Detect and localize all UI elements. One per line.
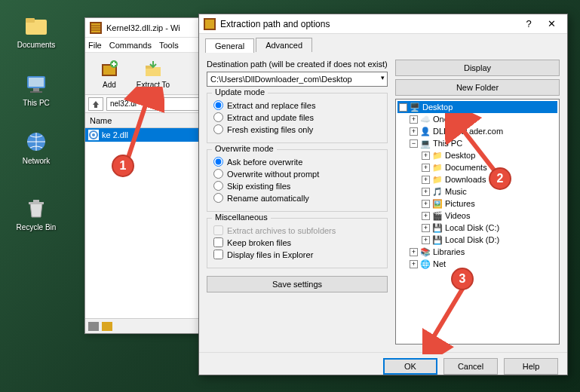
column-header-name: Name bbox=[90, 116, 112, 125]
extraction-dialog: Extraction path and options ? ✕ General … bbox=[198, 14, 568, 375]
group-legend: Overwrite mode bbox=[212, 144, 277, 153]
desktop-icon-label: Network bbox=[14, 157, 59, 165]
radio-ask-before[interactable]: Ask before overwrite bbox=[213, 157, 381, 167]
check-subfolders[interactable]: Extract archives to subfolders bbox=[213, 225, 381, 235]
radio-rename-auto[interactable]: Rename automatically bbox=[213, 193, 381, 203]
tab-advanced[interactable]: Advanced bbox=[256, 38, 312, 52]
tree-local-c[interactable]: +💾Local Disk (C:) bbox=[397, 222, 557, 234]
radio-extract-update[interactable]: Extract and update files bbox=[213, 112, 381, 122]
menu-tools[interactable]: Tools bbox=[159, 41, 179, 50]
collapse-icon[interactable]: − bbox=[410, 139, 418, 148]
disk-icon: 💾 bbox=[432, 234, 443, 245]
tree-downloads[interactable]: +📁Downloads bbox=[397, 173, 557, 185]
recycle-bin-icon bbox=[24, 196, 48, 220]
desktop-icon-label: This PC bbox=[14, 99, 59, 107]
check-keep-broken[interactable]: Keep broken files bbox=[213, 237, 381, 247]
destination-input[interactable] bbox=[207, 72, 388, 87]
winrar-icon bbox=[90, 22, 102, 34]
radio-skip-existing[interactable]: Skip existing files bbox=[213, 181, 381, 191]
folder-icon: 📁 bbox=[432, 162, 443, 173]
desktop-icon-network[interactable]: Network bbox=[14, 130, 59, 165]
tree-music[interactable]: +🎵Music bbox=[397, 185, 557, 198]
up-button[interactable] bbox=[88, 97, 103, 111]
tree-dlldownloader[interactable]: +👤DLL Dow ader.com bbox=[397, 125, 557, 137]
tree-onedrive[interactable]: +☁️OneDr bbox=[397, 113, 557, 125]
group-legend: Miscellaneous bbox=[212, 213, 271, 222]
overwrite-mode-group: Overwrite mode Ask before overwrite Over… bbox=[207, 149, 388, 212]
tree-sub-desktop[interactable]: +📁Desktop bbox=[397, 149, 557, 161]
radio-fresh-existing[interactable]: Fresh existing files only bbox=[213, 124, 381, 134]
desktop-icon-this-pc[interactable]: This PC bbox=[14, 72, 59, 107]
dialog-footer: OK Cancel Help bbox=[199, 352, 567, 379]
dropdown-icon[interactable]: ▾ bbox=[381, 74, 385, 81]
folder-icon bbox=[24, 14, 48, 38]
save-settings-button[interactable]: Save settings bbox=[207, 276, 388, 292]
window-title: Kernel32.dll.zip - Wi bbox=[106, 23, 180, 32]
svg-rect-8 bbox=[33, 200, 39, 202]
expand-icon[interactable]: + bbox=[410, 127, 418, 136]
radio-extract-replace[interactable]: Extract and replace files bbox=[213, 100, 381, 110]
dialog-titlebar[interactable]: Extraction path and options ? ✕ bbox=[199, 14, 567, 34]
dialog-tabs: General Advanced bbox=[199, 34, 567, 52]
tree-libraries[interactable]: +📚Libraries bbox=[397, 246, 557, 258]
tree-desktop[interactable]: −🖥️Desktop bbox=[397, 101, 557, 113]
expand-icon[interactable]: + bbox=[422, 164, 430, 172]
dialog-title: Extraction path and options bbox=[220, 19, 517, 29]
group-legend: Update mode bbox=[212, 87, 268, 96]
radio-overwrite-noprompt[interactable]: Overwrite without prompt bbox=[213, 169, 381, 179]
cloud-icon: ☁️ bbox=[420, 114, 431, 124]
update-mode-group: Update mode Extract and replace files Ex… bbox=[207, 93, 388, 143]
pictures-icon: 🖼️ bbox=[432, 198, 443, 209]
tab-general[interactable]: General bbox=[205, 38, 254, 53]
desktop-icon: 🖥️ bbox=[410, 102, 420, 112]
close-button[interactable]: ✕ bbox=[540, 17, 563, 32]
help-button[interactable]: Help bbox=[504, 358, 558, 375]
tree-local-d[interactable]: +💾Local Disk (D:) bbox=[397, 234, 557, 246]
tree-documents[interactable]: +📁Documents bbox=[397, 161, 557, 173]
check-display-explorer[interactable]: Display files in Explorer bbox=[213, 250, 381, 259]
svg-rect-1 bbox=[26, 18, 35, 23]
dll-icon bbox=[88, 130, 99, 140]
disk-icon: 💾 bbox=[432, 222, 443, 233]
desktop-icon-documents[interactable]: Documents bbox=[14, 14, 59, 49]
ok-button[interactable]: OK bbox=[383, 358, 437, 375]
toolbar-label: Extract To bbox=[137, 81, 170, 89]
cancel-button[interactable]: Cancel bbox=[443, 358, 498, 375]
svg-rect-7 bbox=[29, 202, 44, 204]
expand-icon[interactable]: + bbox=[410, 248, 418, 256]
toolbar-label: Add bbox=[103, 81, 116, 89]
expand-icon[interactable]: + bbox=[422, 236, 430, 244]
desktop-icon-recycle-bin[interactable]: Recycle Bin bbox=[14, 196, 59, 231]
menu-commands[interactable]: Commands bbox=[109, 41, 152, 50]
dest-label: Destination path (will be created if doe… bbox=[207, 60, 388, 69]
tree-videos[interactable]: +🎬Videos bbox=[397, 210, 557, 222]
svg-point-18 bbox=[92, 133, 95, 136]
display-button[interactable]: Display bbox=[395, 60, 560, 76]
expand-icon[interactable]: + bbox=[422, 152, 430, 160]
expand-icon[interactable]: + bbox=[410, 115, 418, 124]
svg-rect-4 bbox=[33, 88, 39, 91]
collapse-icon[interactable]: − bbox=[399, 103, 407, 112]
new-folder-button[interactable]: New Folder bbox=[395, 79, 560, 96]
menu-file[interactable]: File bbox=[88, 41, 102, 50]
expand-icon[interactable]: + bbox=[410, 260, 418, 268]
folder-icon: 📁 bbox=[432, 174, 443, 185]
desktop-icon-label: Documents bbox=[14, 41, 59, 49]
svg-rect-5 bbox=[30, 91, 42, 93]
user-icon: 👤 bbox=[420, 126, 431, 136]
expand-icon[interactable]: + bbox=[422, 212, 430, 220]
tree-network[interactable]: +🌐Net bbox=[397, 258, 557, 270]
network-icon: 🌐 bbox=[420, 259, 431, 269]
pc-icon: 💻 bbox=[420, 138, 431, 149]
tree-this-pc[interactable]: −💻This PC bbox=[397, 137, 557, 149]
add-button[interactable]: Add bbox=[88, 55, 130, 93]
folder-tree[interactable]: −🖥️Desktop +☁️OneDr +👤DLL Dow ader.com −… bbox=[395, 99, 560, 345]
expand-icon[interactable]: + bbox=[422, 188, 430, 196]
help-button[interactable]: ? bbox=[517, 17, 540, 32]
extract-to-button[interactable]: Extract To bbox=[132, 55, 174, 93]
desktop-icon-label: Recycle Bin bbox=[14, 223, 59, 231]
expand-icon[interactable]: + bbox=[422, 224, 430, 232]
expand-icon[interactable]: + bbox=[422, 200, 430, 208]
expand-icon[interactable]: + bbox=[422, 176, 430, 184]
tree-pictures[interactable]: +🖼️Pictures bbox=[397, 198, 557, 210]
